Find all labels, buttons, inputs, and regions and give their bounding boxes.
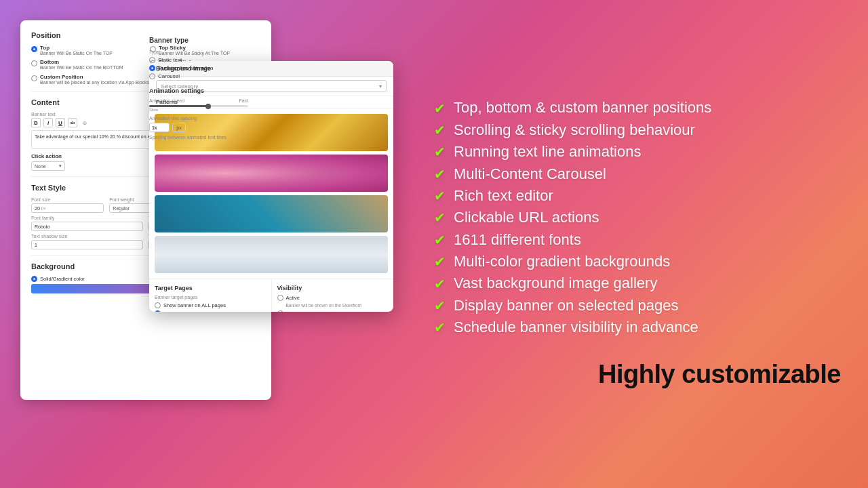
static-text-option[interactable]: Static text (149, 57, 248, 63)
feature-item-6: ✔ Clickable URL actions (434, 209, 841, 226)
feature-text-1: Top, bottom & custom banner positions (454, 99, 711, 117)
tagline: Highly customizable (434, 360, 841, 389)
specific-pages-option[interactable]: Show banner on specific pages (155, 310, 266, 312)
check-icon-3: ✔ (434, 144, 446, 160)
check-icon-11: ✔ (434, 319, 446, 336)
running-line-radio[interactable] (149, 65, 155, 71)
visibility-panel: Visibility Active Banner will be shown o… (272, 279, 394, 312)
feature-text-10: Display banner on selected pages (454, 297, 678, 314)
image-strip-teal[interactable] (155, 195, 388, 232)
feature-text-3: Running text line animations (454, 143, 641, 161)
check-icon-5: ✔ (434, 188, 446, 204)
image-strip-gray[interactable] (155, 236, 388, 273)
position-top-radio[interactable] (31, 46, 37, 52)
font-size-input[interactable]: 20 px (31, 203, 104, 213)
feature-text-6: Clickable URL actions (454, 209, 599, 226)
check-icon-9: ✔ (434, 276, 446, 292)
feature-item-5: ✔ Rich text editor (434, 187, 841, 205)
all-pages-radio[interactable] (155, 302, 161, 308)
feature-text-4: Multi-Content Carousel (454, 165, 606, 183)
feature-item-10: ✔ Display banner on selected pages (434, 297, 841, 314)
image-strip-pink[interactable] (155, 155, 388, 192)
check-icon-8: ✔ (434, 253, 446, 270)
banner-type-overlay: Banner type Type Static text Running lin… (141, 28, 256, 152)
check-icon-10: ✔ (434, 298, 446, 314)
running-line-option[interactable]: Running line animation (149, 65, 248, 71)
italic-button[interactable]: I (43, 118, 53, 127)
feature-text-7: 1611 different fonts (454, 231, 581, 249)
font-family-col: Font family Roboto (31, 216, 143, 231)
static-text-radio[interactable] (149, 57, 155, 63)
feature-item-1: ✔ Top, bottom & custom banner positions (434, 99, 841, 117)
feature-item-4: ✔ Multi-Content Carousel (434, 165, 841, 183)
banner-type-title: Banner type (149, 37, 248, 44)
feature-text-11: Schedule banner visibility in advance (454, 319, 698, 336)
font-size-col: Font size 20 px (31, 197, 104, 213)
position-top-option[interactable]: Top Banner Will Be Static On The TOP (31, 45, 142, 56)
features-list: ✔ Top, bottom & custom banner positions … (434, 99, 841, 340)
target-pages-title: Target Pages (155, 285, 266, 291)
left-panel: Position Top Banner Will Be Static On Th… (0, 0, 420, 488)
position-bottom-radio[interactable] (31, 60, 37, 66)
feature-item-8: ✔ Multi-color gradient backgrounds (434, 253, 841, 270)
check-icon-6: ✔ (434, 209, 446, 226)
font-family-input[interactable]: Roboto (31, 222, 143, 231)
specific-pages-radio[interactable] (155, 310, 161, 312)
underline-button[interactable]: U (56, 118, 65, 127)
check-icon-7: ✔ (434, 232, 446, 248)
shadow-size-input[interactable]: 1 (31, 240, 143, 249)
link-button[interactable]: ab (68, 118, 77, 127)
spacing-unit: px (172, 123, 186, 132)
draft-radio[interactable] (277, 310, 283, 312)
shadow-size-col: Text shadow size 1 (31, 234, 143, 249)
speed-row: Animation speed Fast Slow (149, 98, 248, 112)
spacing-input[interactable]: 1k (149, 123, 170, 132)
bottom-panels: Target Pages Banner target pages Show ba… (149, 279, 393, 312)
position-custom-radio[interactable] (31, 75, 37, 81)
carousel-radio[interactable] (149, 73, 155, 79)
active-radio[interactable] (277, 295, 283, 301)
position-bottom-option[interactable]: Bottom Banner Will Be Static On The BOTT… (31, 59, 142, 70)
check-icon-4: ✔ (434, 166, 446, 182)
bold-button[interactable]: B (31, 118, 41, 127)
animation-settings: Animation settings Animation speed Fast … (149, 87, 248, 140)
feature-item-7: ✔ 1611 different fonts (434, 231, 841, 249)
all-pages-option[interactable]: Show banner on ALL pages (155, 302, 266, 308)
solid-gradient-radio[interactable] (31, 276, 37, 282)
speed-slider[interactable] (149, 105, 248, 107)
feature-item-9: ✔ Vast background image gallery (434, 274, 841, 292)
carousel-option[interactable]: Carousel (149, 73, 248, 79)
feature-item-2: ✔ Scrolling & sticky scrolling behaviour (434, 121, 841, 139)
right-panel: ✔ Top, bottom & custom banner positions … (420, 0, 868, 488)
active-option[interactable]: Active (277, 295, 389, 301)
app-background: Position Top Banner Will Be Static On Th… (0, 0, 868, 488)
feature-item-11: ✔ Schedule banner visibility in advance (434, 319, 841, 336)
emoji-button[interactable]: ☺ (80, 118, 90, 127)
draft-option[interactable]: Draft (277, 310, 389, 312)
visibility-title: Visibility (277, 285, 389, 291)
check-icon-2: ✔ (434, 122, 446, 138)
feature-text-2: Scrolling & sticky scrolling behaviour (454, 121, 695, 139)
feature-item-3: ✔ Running text line animations (434, 143, 841, 161)
click-action-select[interactable]: None ▾ (31, 161, 65, 171)
feature-text-9: Vast background image gallery (454, 274, 657, 292)
target-pages-panel: Target Pages Banner target pages Show ba… (149, 279, 272, 312)
active-desc: Banner will be shown on the Storefront (286, 303, 389, 308)
check-icon-1: ✔ (434, 100, 446, 117)
spacing-row: Animation line spacing 1k px Spacing bet… (149, 116, 248, 140)
feature-text-5: Rich text editor (454, 187, 553, 205)
feature-text-8: Multi-color gradient backgrounds (454, 253, 670, 270)
